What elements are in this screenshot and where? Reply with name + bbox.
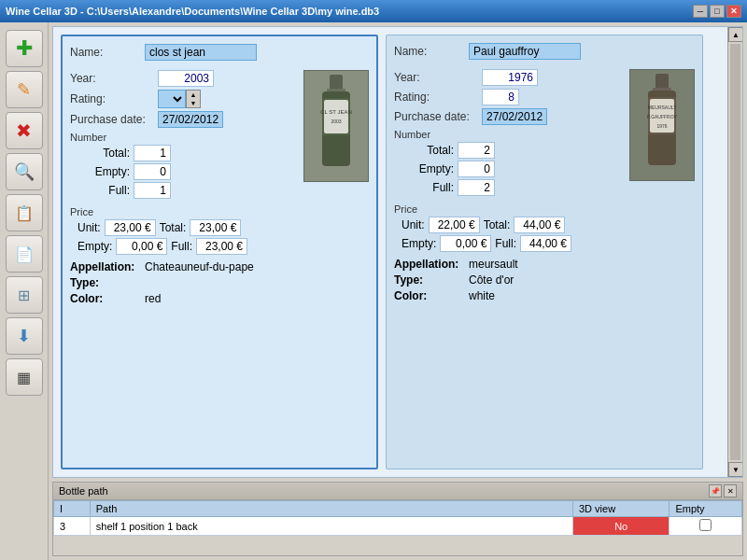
wine2-full-label: Full: [402,181,458,194]
scroll-down-button[interactable]: ▼ [728,462,743,477]
col-i-header: I [54,501,91,517]
main-container: ✚ ✎ ✖ 🔍 📋 📄 ⊞ ⬇ ▦ Name: clos st jean [0,22,747,560]
minimize-button[interactable]: ─ [693,5,708,18]
wine1-rating-row: Rating: ▲ ▼ [70,90,296,108]
wine1-price-label: Price [70,206,369,217]
wine1-appellation-value: Chateauneuf-du-pape [145,260,254,273]
svg-text:CL ST JEAN: CL ST JEAN [320,109,352,115]
panel-header-buttons: 📌 ✕ [709,484,737,497]
wine1-color-label: Color: [70,292,145,305]
wine-card-2[interactable]: Name: Paul gauffroy Year: 1976 [386,35,703,469]
wine2-color-row: Color: white [394,289,695,302]
wine2-empty-label: Empty: [402,162,458,175]
wine2-bottle-image: MEURSAULT P.GAUFFROY 1976 [629,69,695,181]
window-controls: ─ □ ✕ [693,5,741,18]
edit-button[interactable]: ✎ [6,71,43,108]
col-empty-header: Empty [669,501,742,517]
wine1-total2-value: 23,00 € [190,219,241,236]
wine1-purchase-value: 27/02/2012 [158,111,223,128]
wine1-full-value: 1 [134,182,171,199]
wine2-full-value: 2 [458,179,495,196]
wine2-empty2-value: 0,00 € [440,235,491,252]
import-button[interactable]: ⬇ [6,317,43,355]
grid-button[interactable]: ⊞ [6,276,43,314]
wine1-purchase-label: Purchase date: [70,113,154,126]
wine2-empty-value: 0 [458,161,495,177]
wine2-name-label: Name: [394,45,469,58]
wine1-empty-label: Empty: [78,165,134,178]
wine1-type-label: Type: [70,276,145,289]
wine2-number-label: Number [394,129,622,140]
wine1-unit-value: 23,00 € [105,219,156,236]
barcode-button[interactable]: ▦ [6,358,43,396]
row-empty-checkbox[interactable] [699,519,712,531]
delete-button[interactable]: ✖ [6,112,43,149]
row-path-value: shelf 1 position 1 back [90,517,572,536]
wine1-rating-spinner[interactable]: ▲ ▼ [186,90,201,108]
path-row-1[interactable]: 3 shelf 1 position 1 back No [54,517,742,536]
wine1-full2-value: 23,00 € [196,238,247,255]
wine2-purchase-row: Purchase date: 27/02/2012 [394,108,622,125]
wine2-unit-value: 22,00 € [429,217,480,233]
wine1-empty-value: 0 [134,163,171,180]
row-i-value: 3 [54,517,91,536]
wine2-empty2-label: Empty: [402,237,436,250]
wine1-unit-label: Unit: [78,221,101,234]
wine1-appellation-row: Appellation: Chateauneuf-du-pape [70,260,369,273]
wine2-appellation-row: Appellation: meursault [394,258,695,271]
cards-scroll[interactable]: Name: clos st jean Year: 2003 [53,27,727,477]
panel-close-button[interactable]: ✕ [724,484,737,497]
scroll-up-button[interactable]: ▲ [728,27,743,42]
card-button[interactable]: 📋 [6,194,43,231]
wine1-year-row: Year: 2003 [70,70,296,87]
row-empty-value [669,517,742,536]
wine1-total2-label: Total: [160,221,187,234]
wine2-type-label: Type: [394,273,469,287]
wine2-color-label: Color: [394,289,469,302]
wine1-total-value: 1 [134,145,171,161]
wine1-rating-dropdown[interactable] [158,90,186,108]
wine1-name-label: Name: [70,46,145,59]
wine2-rating-label: Rating: [394,91,478,104]
bottle-path-panel: Bottle path 📌 ✕ I Path 3D view Empty [52,482,743,556]
vertical-scrollbar[interactable]: ▲ ▼ [727,27,742,477]
col-path-header: Path [90,501,572,517]
wine2-year-value: 1976 [482,69,538,86]
wine2-purchase-label: Purchase date: [394,110,478,123]
panel-pin-button[interactable]: 📌 [709,484,722,497]
scroll-thumb[interactable] [730,44,740,460]
toolbar: ✚ ✎ ✖ 🔍 📋 📄 ⊞ ⬇ ▦ [0,22,49,560]
wine1-full-label: Full: [78,184,134,197]
svg-text:1976: 1976 [656,123,667,129]
wine1-purchase-row: Purchase date: 27/02/2012 [70,111,296,128]
path-table: I Path 3D view Empty 3 shelf 1 position … [53,500,742,536]
wine1-type-row: Type: [70,276,369,289]
wine1-total-label: Total: [78,147,134,160]
panel-header: Bottle path 📌 ✕ [53,483,742,500]
wine1-empty2-value: 0,00 € [116,238,167,255]
wine-card-1[interactable]: Name: clos st jean Year: 2003 [61,35,378,469]
maximize-button[interactable]: □ [710,5,725,18]
wine1-empty2-label: Empty: [78,240,112,253]
wine2-year-label: Year: [394,71,478,84]
col-3d-header: 3D view [572,501,669,517]
row-3d-value: No [572,517,669,536]
doc-button[interactable]: 📄 [6,235,43,273]
wine2-year-row: Year: 1976 [394,69,622,86]
wine1-year-value: 2003 [158,70,214,87]
wine1-bottle-image: CL ST JEAN 2003 [303,70,369,182]
svg-text:2003: 2003 [331,119,341,124]
close-button[interactable]: ✕ [726,5,741,18]
svg-text:P.GAUFFROY: P.GAUFFROY [647,114,678,119]
wine2-color-value: white [469,289,495,302]
app-title: Wine Cellar 3D - C:\Users\Alexandre\Docu… [6,6,379,17]
wine2-appellation-value: meursault [469,258,518,271]
wine1-rating-field: ▲ ▼ [158,90,201,108]
search-button[interactable]: 🔍 [6,153,43,190]
title-bar: Wine Cellar 3D - C:\Users\Alexandre\Docu… [0,0,747,22]
wine2-full2-value: 44,00 € [520,235,571,252]
wine1-name-value: clos st jean [145,44,257,61]
add-button[interactable]: ✚ [6,30,43,67]
cards-area: Name: clos st jean Year: 2003 [52,26,743,478]
wine1-number-label: Number [70,132,296,143]
